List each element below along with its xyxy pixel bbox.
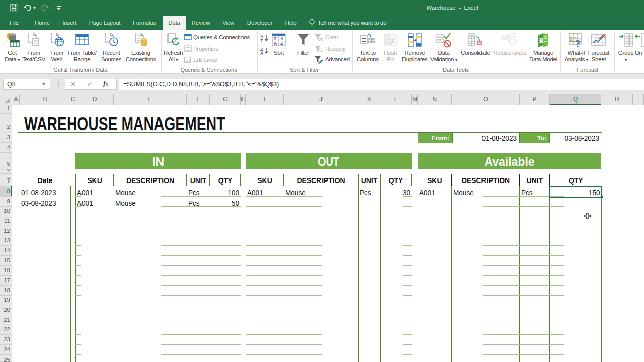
- svg-text:Z: Z: [260, 38, 263, 43]
- svg-text:A: A: [274, 41, 277, 46]
- svg-text:Z: Z: [280, 41, 283, 46]
- svg-text:?: ?: [575, 37, 581, 50]
